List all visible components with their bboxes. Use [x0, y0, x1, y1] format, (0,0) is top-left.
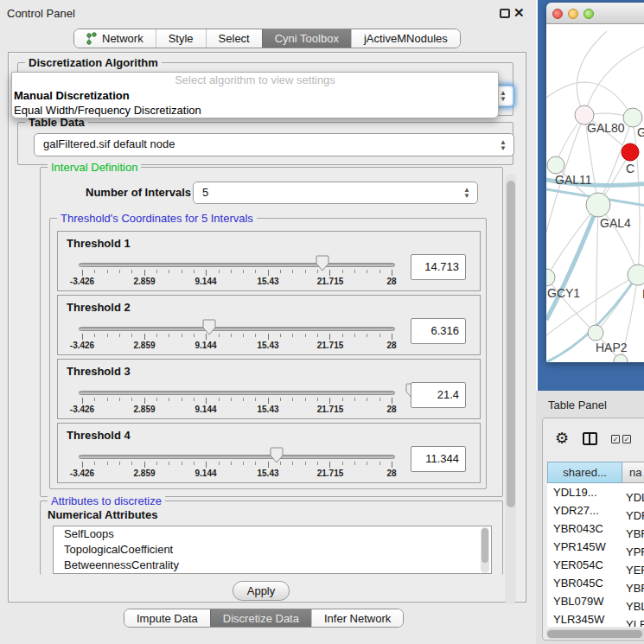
gear-icon[interactable]: ⚙: [555, 429, 569, 448]
node-gcy1[interactable]: [546, 269, 555, 286]
tick-label: -3.426: [63, 469, 101, 478]
node-label: GA: [637, 125, 644, 139]
control-panel-titlebar: Control Panel ✕: [0, 0, 536, 26]
node-red-selected[interactable]: [622, 143, 639, 161]
table-row[interactable]: YDL19...YDL1: [547, 483, 644, 501]
interval-definition-group: Interval Definition Number of Intervals …: [40, 167, 503, 497]
tab-cyni-toolbox[interactable]: Cyni Toolbox: [262, 29, 351, 48]
tick-label: 28: [373, 341, 411, 350]
panel-title: Control Panel: [7, 7, 75, 20]
checkbox-icon[interactable]: ✓: [622, 435, 631, 443]
threshold-slider[interactable]: [79, 263, 395, 267]
threshold-label: Threshold 4: [67, 429, 131, 442]
window-close-icon[interactable]: [552, 9, 563, 19]
network-view-window[interactable]: GAL80 GA C GAL11 GAL4 GCY1 H HAP2: [546, 3, 644, 362]
tick-label: 15.43: [249, 341, 287, 350]
tab-discretize-data[interactable]: Discretize Data: [210, 609, 311, 627]
table-panel: Table Panel ⚙ ✓ ✓ shared... na YDL19...Y…: [536, 391, 644, 644]
cyni-bottom-tabs: Impute Data Discretize Data Infer Networ…: [124, 609, 404, 628]
num-intervals-value: 5: [202, 186, 208, 199]
attributes-list[interactable]: SelfLoops TopologicalCoefficient Between…: [53, 526, 492, 574]
table-row[interactable]: YBR045CYBR0: [547, 574, 644, 592]
node-top-right[interactable]: [623, 108, 642, 127]
table-row[interactable]: YPR145WYPR1: [547, 538, 644, 556]
panel-scrollbar[interactable]: [505, 174, 516, 604]
tick-label: 21.715: [311, 341, 349, 350]
combo-stepper-icon: ▲▼: [498, 134, 508, 156]
dropdown-item-manual[interactable]: Manual Discretization: [12, 88, 498, 103]
tab-jactivemnodules[interactable]: jActiveMNodules: [351, 29, 460, 48]
tick-label: 15.43: [249, 277, 287, 286]
table-data-combobox[interactable]: galFiltered.sif default node ▲▼: [34, 133, 514, 156]
node-label: GAL4: [600, 216, 631, 230]
column-header-name[interactable]: na: [622, 462, 644, 483]
list-scrollbar[interactable]: [481, 527, 489, 573]
node-gal11[interactable]: [547, 156, 564, 174]
table-row[interactable]: YBL079WYBL0: [547, 592, 644, 610]
threshold-value-field[interactable]: 6.316: [411, 318, 466, 344]
column-header-shared-name[interactable]: shared...: [547, 462, 622, 483]
tab-style[interactable]: Style: [156, 29, 206, 48]
threshold-value-field[interactable]: 21.4: [411, 382, 466, 408]
node-h[interactable]: [628, 265, 644, 285]
list-item[interactable]: TopologicalCoefficient: [54, 542, 491, 558]
tick-strip: [82, 334, 392, 340]
attributes-group: Attributes to discretize Numerical Attri…: [40, 501, 503, 575]
table-row[interactable]: YLR345WYLR3: [547, 610, 644, 627]
table-row[interactable]: YDR27...YDR2: [547, 501, 644, 520]
threshold-panel-3: Threshold 3 -3.426 2.859 9.144 15.43 21.…: [57, 359, 481, 419]
node-label: GAL11: [555, 173, 592, 187]
threshold-value-field[interactable]: 11.344: [411, 446, 466, 472]
threshold-value-field[interactable]: 14.713: [411, 254, 466, 280]
network-graph: GAL80 GA C GAL11 GAL4 GCY1 H HAP2: [546, 24, 644, 362]
node-label: HAP2: [596, 341, 628, 354]
threshold-label: Threshold 2: [67, 301, 131, 314]
network-canvas[interactable]: GAL80 GA C GAL11 GAL4 GCY1 H HAP2: [546, 24, 644, 362]
float-window-icon[interactable]: [500, 9, 510, 18]
tab-network-label: Network: [102, 32, 143, 45]
table-hscrollbar[interactable]: [546, 628, 644, 639]
table-row[interactable]: YER054CYER0: [547, 556, 644, 574]
tick-label: 9.144: [187, 341, 225, 350]
tick-label: 9.144: [187, 469, 225, 478]
threshold-label: Threshold 1: [67, 237, 131, 250]
tick-label: 21.715: [311, 469, 349, 478]
window-minimize-icon[interactable]: [568, 9, 578, 19]
list-item[interactable]: SelfLoops: [54, 526, 491, 542]
threshold-slider[interactable]: [79, 391, 395, 395]
network-desktop: GAL80 GA C GAL11 GAL4 GCY1 H HAP2: [536, 0, 644, 391]
checkbox-icon[interactable]: ✓: [611, 435, 620, 443]
tick-label: 21.715: [311, 405, 349, 414]
threshold-label: Threshold 3: [67, 365, 131, 378]
tick-label: 9.144: [187, 277, 225, 286]
tick-label: -3.426: [63, 277, 101, 286]
combo-stepper-icon: ▲▼: [462, 182, 472, 203]
tab-impute-data[interactable]: Impute Data: [124, 609, 210, 627]
node-hap2[interactable]: [588, 325, 603, 341]
table-panel-title: Table Panel: [548, 399, 607, 411]
node-table-panel: ⚙ ✓ ✓ shared... na YDL19...YDL1 YDR27...…: [542, 418, 644, 641]
network-window-titlebar[interactable]: [546, 3, 644, 24]
window-zoom-icon[interactable]: [583, 9, 594, 19]
node-gal4[interactable]: [586, 193, 610, 217]
numerical-attributes-label: Numerical Attributes: [48, 508, 157, 521]
group-title: Threshold's Coordinates for 5 Intervals: [57, 212, 257, 225]
list-item[interactable]: BetweennessCentrality: [54, 558, 491, 573]
combo-stepper-icon: ▲▼: [498, 86, 508, 106]
tab-network[interactable]: Network: [74, 29, 156, 48]
table-row[interactable]: YBR043CYBR0: [547, 520, 644, 538]
dropdown-item-equal-width[interactable]: Equal Width/Frequency Discretization: [12, 103, 498, 118]
algorithm-dropdown-popup: Select algorithm to view settings Manual…: [11, 72, 499, 118]
split-columns-icon[interactable]: [583, 432, 597, 445]
threshold-slider[interactable]: [79, 455, 395, 459]
num-intervals-combobox[interactable]: 5 ▲▼: [193, 182, 478, 204]
close-icon[interactable]: ✕: [513, 5, 525, 21]
tab-select[interactable]: Select: [206, 29, 262, 48]
threshold-slider[interactable]: [79, 327, 395, 331]
apply-button[interactable]: Apply: [233, 581, 290, 601]
control-panel: Control Panel ✕ Network Style Select Cyn…: [0, 0, 536, 644]
table-rows[interactable]: YDL19...YDL1 YDR27...YDR2 YBR043CYBR0 YP…: [547, 483, 644, 627]
tab-infer-network[interactable]: Infer Network: [311, 609, 403, 627]
tick-label: 9.144: [187, 405, 225, 414]
threshold-panel-1: Threshold 1 -3.426 2.859 9.144 15.43 21.…: [57, 231, 481, 291]
